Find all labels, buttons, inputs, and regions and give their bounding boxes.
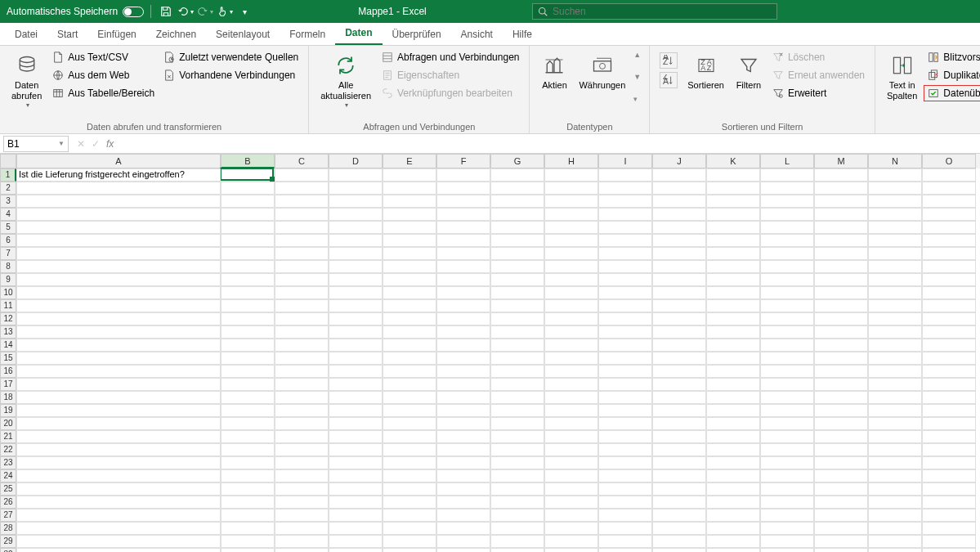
cell[interactable] (436, 456, 490, 469)
col-header[interactable]: F (436, 154, 490, 168)
cell[interactable] (383, 456, 436, 469)
cell[interactable] (598, 469, 652, 482)
cell[interactable] (544, 325, 598, 339)
cell[interactable] (329, 260, 383, 273)
cell[interactable] (922, 443, 976, 456)
cell[interactable] (383, 469, 436, 482)
cell[interactable] (760, 182, 814, 195)
row-header[interactable]: 1 (0, 168, 16, 182)
cell[interactable] (922, 352, 976, 365)
cell[interactable] (652, 482, 706, 496)
cell[interactable] (490, 195, 544, 208)
cell[interactable] (922, 182, 976, 195)
cell[interactable] (706, 352, 760, 365)
cell[interactable] (329, 352, 383, 365)
cell[interactable] (706, 168, 760, 182)
save-icon[interactable] (158, 3, 174, 20)
cell[interactable] (814, 286, 868, 299)
cell[interactable] (436, 352, 490, 365)
cell[interactable] (436, 509, 490, 522)
cell[interactable] (16, 221, 221, 234)
col-header[interactable]: G (490, 154, 544, 168)
cell[interactable] (221, 208, 275, 221)
cell[interactable] (706, 221, 760, 234)
cancel-icon[interactable]: ✕ (77, 138, 85, 150)
currencies-button[interactable]: Währungen (574, 49, 630, 94)
cell[interactable] (706, 234, 760, 247)
cell[interactable] (16, 339, 221, 352)
cell[interactable] (760, 234, 814, 247)
cell[interactable] (329, 417, 383, 430)
cell[interactable] (221, 247, 275, 260)
row-header[interactable]: 6 (0, 234, 16, 247)
cell[interactable] (275, 469, 329, 482)
cell[interactable] (383, 496, 436, 509)
cell[interactable] (383, 234, 436, 247)
stocks-button[interactable]: Aktien (536, 49, 572, 94)
cell[interactable] (652, 352, 706, 365)
cell[interactable] (760, 443, 814, 456)
col-header[interactable]: L (760, 154, 814, 168)
cell[interactable] (436, 339, 490, 352)
cell[interactable] (814, 352, 868, 365)
cell[interactable] (436, 273, 490, 286)
cell[interactable] (275, 482, 329, 496)
cell[interactable] (868, 496, 922, 509)
row-header[interactable]: 14 (0, 339, 16, 352)
cell[interactable] (868, 522, 922, 535)
cell[interactable] (329, 404, 383, 417)
cell[interactable] (598, 221, 652, 234)
cell[interactable] (329, 443, 383, 456)
cell[interactable] (598, 273, 652, 286)
cell[interactable] (652, 208, 706, 221)
cell[interactable] (922, 548, 976, 552)
cell[interactable] (16, 535, 221, 548)
cell[interactable] (706, 417, 760, 430)
row-header[interactable]: 8 (0, 260, 16, 273)
cell[interactable] (598, 260, 652, 273)
cell[interactable] (221, 365, 275, 378)
cell[interactable] (598, 299, 652, 312)
cell[interactable] (436, 469, 490, 482)
row-header[interactable]: 18 (0, 391, 16, 404)
cell[interactable] (221, 339, 275, 352)
row-header[interactable]: 26 (0, 496, 16, 509)
col-header[interactable]: A (16, 154, 221, 168)
cell[interactable] (544, 482, 598, 496)
cell[interactable] (383, 548, 436, 552)
row-header[interactable]: 22 (0, 443, 16, 456)
cell[interactable] (922, 496, 976, 509)
cell[interactable] (383, 182, 436, 195)
cell[interactable] (706, 286, 760, 299)
datatype-up-icon[interactable]: ▲ (633, 51, 641, 59)
cell[interactable] (868, 286, 922, 299)
cell[interactable] (544, 365, 598, 378)
cell[interactable] (760, 299, 814, 312)
cell[interactable] (329, 234, 383, 247)
cell[interactable] (490, 286, 544, 299)
cell[interactable] (329, 247, 383, 260)
cell[interactable] (436, 195, 490, 208)
cell[interactable] (598, 391, 652, 404)
cell[interactable] (922, 339, 976, 352)
row-header[interactable]: 21 (0, 430, 16, 443)
cell[interactable] (544, 299, 598, 312)
cell[interactable] (922, 299, 976, 312)
cell[interactable] (868, 273, 922, 286)
fx-icon[interactable]: fx (106, 138, 114, 150)
cell[interactable] (490, 325, 544, 339)
cell[interactable] (706, 339, 760, 352)
cell[interactable] (760, 417, 814, 430)
queries-connections-button[interactable]: Abfragen und Verbindungen (378, 49, 522, 65)
cell[interactable] (16, 378, 221, 391)
cell[interactable] (221, 273, 275, 286)
cell[interactable] (490, 522, 544, 535)
cell[interactable] (221, 168, 275, 182)
cell[interactable] (490, 365, 544, 378)
cell[interactable] (706, 496, 760, 509)
cell[interactable] (275, 221, 329, 234)
row-header[interactable]: 25 (0, 482, 16, 496)
cell[interactable] (760, 391, 814, 404)
cell[interactable] (652, 273, 706, 286)
cell[interactable] (490, 404, 544, 417)
